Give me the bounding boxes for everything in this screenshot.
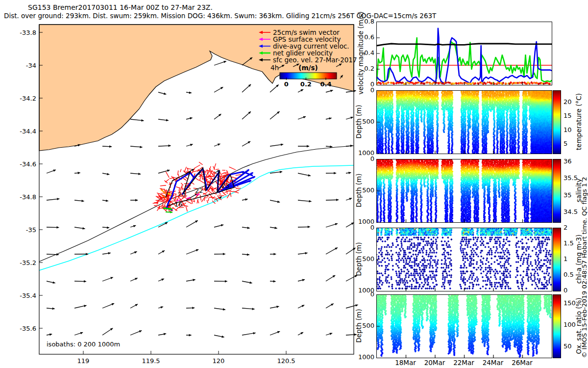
colorbar-oxygen: [553, 294, 561, 358]
svg-text:-34.6: -34.6: [20, 160, 36, 168]
svg-text:-34.4: -34.4: [20, 128, 36, 135]
colorbar-chl-a: [553, 228, 561, 291]
depth-tick-label: 0: [354, 291, 374, 298]
svg-text:-34: -34: [26, 62, 36, 69]
colorbar-temperature: [553, 90, 561, 154]
scale-4h-label: 4h: [270, 64, 279, 72]
svg-text:120: 120: [213, 357, 225, 365]
depth-tick-label: 0: [354, 156, 374, 162]
depth-ylabel: Depth (m): [355, 173, 363, 207]
colorbar-tick-label: 36: [564, 158, 586, 165]
map-colorbar-tick: 0.4: [320, 80, 331, 88]
isobath-200m: [39, 146, 354, 262]
panel-canvas-salinity: [376, 159, 552, 223]
date-tick-label: 18Mar: [390, 359, 421, 366]
map-colorbar-tick: 0: [284, 80, 289, 88]
depth-tick-label: 0: [354, 224, 374, 231]
depth-ylabel: Depth (m): [355, 242, 363, 276]
svg-text:120.5: 120.5: [277, 357, 295, 365]
svg-text:-33.8: -33.8: [20, 29, 36, 36]
track-day-label: 16: [174, 201, 183, 208]
date-tick-label: 24Mar: [477, 359, 509, 366]
colorbar-label-temperature: temperature (°C): [575, 93, 583, 150]
depth-ylabel: Depth (m): [355, 105, 363, 138]
svg-text:119: 119: [77, 357, 90, 365]
svg-text:-35: -35: [26, 226, 36, 234]
colorbar-salinity: [553, 159, 561, 223]
depth-tick-label: 1000: [354, 354, 374, 361]
svg-text:-34.2: -34.2: [20, 95, 36, 102]
map-plot: -33.8-34-34.2-34.4-34.6-34.8-35-35.2-35.…: [0, 0, 366, 368]
date-tick-label: 26Mar: [507, 359, 538, 366]
depth-tick-label: 0: [354, 87, 374, 94]
figure: SG153 Bremer201703011 16-Mar 00Z to 27-M…: [0, 0, 588, 368]
track-day-label: 22: [195, 187, 203, 194]
isobaths-note: isobaths: 0 200 1000m: [47, 341, 120, 348]
svg-text:119.5: 119.5: [142, 357, 160, 365]
panel-canvas-velocity: [376, 22, 552, 85]
depth-ylabel: Depth (m): [355, 309, 363, 342]
panel-canvas-temperature: [376, 90, 552, 154]
svg-text:-35.4: -35.4: [20, 292, 36, 299]
panel-canvas-oxygen: [376, 294, 552, 358]
svg-text:-35.6: -35.6: [20, 325, 36, 332]
velocity-ylabel: velocity magnitude (m/s): [357, 11, 365, 95]
svg-text:-35.2: -35.2: [20, 259, 36, 266]
track-day-label: 23: [221, 182, 230, 189]
legend-item-label: sfc geo. vel. 27-Mar-2017: [273, 56, 357, 64]
panel-canvas-chl-a: [376, 228, 552, 291]
date-tick-label: 22Mar: [448, 359, 480, 366]
map-colorbar-title: (m/s): [298, 64, 318, 72]
imos-attribution: © IMOS 15-Feb-2019 02:48:57 Hobart time.…: [581, 177, 588, 358]
map-colorbar-tick: 0.2: [300, 80, 312, 88]
date-tick-label: 20Mar: [419, 359, 450, 366]
svg-text:-34.8: -34.8: [20, 193, 36, 201]
